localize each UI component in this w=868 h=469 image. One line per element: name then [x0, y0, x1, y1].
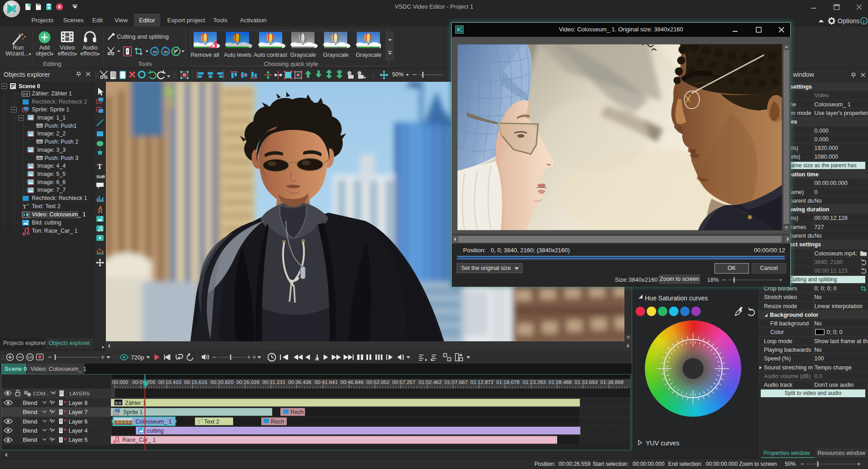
- svg-text:Blend: Blend: [23, 409, 37, 415]
- svg-text:50%: 50%: [392, 71, 404, 78]
- svg-text:00:26.026: 00:26.026: [236, 379, 259, 385]
- svg-text:Zähler: Zähler 1: Zähler: Zähler 1: [32, 90, 72, 97]
- svg-text:01:38.898: 01:38.898: [600, 379, 624, 385]
- svg-text:00:46.846: 00:46.846: [340, 379, 364, 385]
- svg-text:Hue Saturation curves: Hue Saturation curves: [645, 294, 708, 302]
- svg-text:Zähler 1: Zähler 1: [125, 400, 146, 406]
- svg-text:Bild: cutting: Bild: cutting: [32, 220, 61, 226]
- svg-text:100: 100: [27, 356, 33, 359]
- svg-text:Push: Push 3: Push: Push 3: [45, 155, 78, 161]
- svg-text:01:23.283: 01:23.283: [523, 379, 546, 385]
- svg-text:Video: Colosseum_ 1: Video: Colosseum_ 1: [32, 211, 86, 218]
- svg-text:Ton: Race_Car_ 1: Ton: Race_Car_ 1: [32, 228, 78, 234]
- svg-text:Rechteck: Rechteck 1: Rechteck: Rechteck 1: [32, 195, 87, 201]
- svg-text:Options: Options: [838, 17, 859, 25]
- svg-text:Layer 4: Layer 4: [69, 428, 88, 434]
- svg-text:T: T: [97, 163, 102, 170]
- svg-text:Image: 6_6: Image: 6_6: [37, 179, 66, 185]
- svg-text:LAYERS: LAYERS: [70, 391, 90, 396]
- svg-text:0:0: 0:0: [115, 400, 121, 405]
- svg-text:01:28.488: 01:28.488: [549, 379, 572, 385]
- svg-text:YUV curves: YUV curves: [646, 439, 679, 447]
- svg-text:Rechteck: Rechteck 2: Rechteck: Rechteck 2: [32, 99, 87, 105]
- svg-text:00:52.052: 00:52.052: [366, 379, 389, 385]
- svg-text:Image: 4_4: Image: 4_4: [37, 163, 66, 169]
- svg-text:00:36.436: 00:36.436: [288, 379, 311, 385]
- svg-text:90: 90: [153, 50, 157, 54]
- svg-text:Scene 0: Scene 0: [19, 83, 40, 90]
- svg-text:Colosseum_ 1: Colosseum_ 1: [135, 419, 172, 425]
- svg-text:720p: 720p: [131, 354, 144, 361]
- svg-text:Race_Car_ 1: Race_Car_ 1: [122, 437, 156, 443]
- svg-text:i: i: [863, 19, 864, 24]
- svg-text:00:57.257: 00:57.257: [392, 379, 415, 385]
- svg-text:01:18.078: 01:18.078: [496, 379, 519, 385]
- svg-text:01:33.693: 01:33.693: [574, 379, 598, 385]
- svg-text:Image: 1_1: Image: 1_1: [37, 115, 66, 121]
- svg-text:01:07.667: 01:07.667: [444, 379, 468, 385]
- svg-text:Sprite 1: Sprite 1: [123, 409, 143, 415]
- svg-text:Image: 3_3: Image: 3_3: [37, 147, 66, 153]
- svg-text:00:41.641: 00:41.641: [314, 379, 338, 385]
- svg-text:Layer 6: Layer 6: [69, 419, 88, 425]
- svg-text:00:20.820: 00:20.820: [210, 379, 234, 385]
- svg-text:01:12.872: 01:12.872: [470, 379, 494, 385]
- svg-text:00.000: 00.000: [112, 379, 128, 385]
- svg-text:Layer 8: Layer 8: [69, 400, 88, 406]
- svg-text:Blend: Blend: [23, 437, 37, 443]
- svg-text:Blend: Blend: [23, 419, 37, 425]
- svg-text:Push: Push1: Push: Push1: [45, 123, 77, 129]
- svg-text:01:02.462: 01:02.462: [419, 379, 442, 385]
- svg-text:Blend: Blend: [23, 428, 37, 434]
- svg-text:T: T: [23, 203, 26, 210]
- svg-text:0:0: 0:0: [23, 92, 28, 96]
- svg-text:Rech: Rech: [271, 419, 284, 425]
- svg-text:90: 90: [164, 50, 168, 54]
- svg-text:00:15.615: 00:15.615: [184, 379, 207, 385]
- svg-text:Rech: Rech: [290, 409, 304, 415]
- svg-text:Sprite: Sprite 1: Sprite: Sprite 1: [32, 106, 70, 113]
- svg-text:COM...: COM...: [33, 391, 50, 396]
- svg-text:cutting: cutting: [147, 428, 164, 434]
- svg-text:Push: Push 2: Push: Push 2: [45, 139, 78, 145]
- svg-text:SUB: SUB: [96, 175, 105, 179]
- svg-text:Image: 7_7: Image: 7_7: [37, 187, 66, 193]
- svg-text:Image: 5_5: Image: 5_5: [37, 171, 66, 177]
- svg-text:Image: 2_2: Image: 2_2: [37, 130, 66, 137]
- svg-text:Blend: Blend: [23, 400, 37, 406]
- svg-text:Text 2: Text 2: [204, 419, 219, 425]
- svg-text:Text: Text 2: Text: Text 2: [32, 203, 60, 210]
- svg-text:00:31.231: 00:31.231: [262, 379, 285, 385]
- svg-text:Layer 7: Layer 7: [69, 409, 88, 415]
- svg-text:00:10.410: 00:10.410: [158, 379, 181, 385]
- svg-text:Layer 5: Layer 5: [69, 437, 88, 443]
- svg-text:T: T: [197, 419, 201, 425]
